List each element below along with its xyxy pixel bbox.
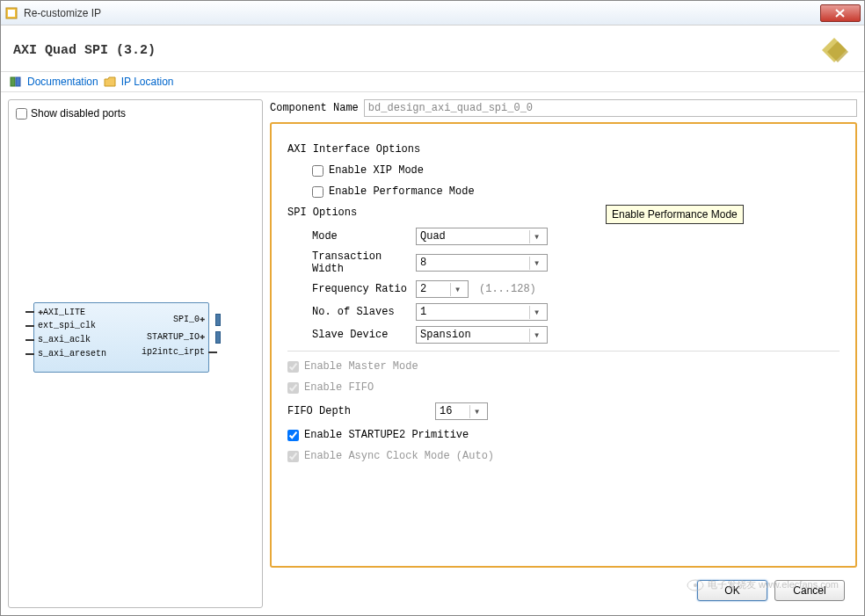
config-panel: Component Name AXI Interface Options Ena… [270, 99, 857, 608]
chevron-down-icon: ▾ [469, 405, 483, 418]
slave-device-dropdown[interactable]: Spansion▾ [416, 326, 548, 344]
port-axi-lite: AXI_LITE [43, 308, 85, 317]
folder-icon [104, 76, 116, 87]
expand-icon[interactable]: ✚ [200, 332, 205, 342]
expand-icon[interactable]: ✚ [200, 315, 205, 324]
mode-label: Mode [312, 230, 409, 243]
app-icon [4, 6, 18, 20]
port-s-axi-aresetn: s_axi_aresetn [38, 349, 106, 359]
port-spi-0: SPI_0 [173, 315, 200, 324]
ip-preview-canvas[interactable]: ✚AXI_LITE ext_spi_clk s_axi_aclk s_axi_a… [16, 127, 255, 600]
separator [287, 351, 840, 351]
chevron-down-icon: ▾ [529, 306, 543, 319]
axi-interface-options-title: AXI Interface Options [287, 143, 840, 156]
chevron-down-icon: ▾ [450, 283, 464, 296]
vivado-logo-icon [817, 34, 852, 66]
frequency-ratio-dropdown[interactable]: 2▾ [416, 280, 469, 298]
show-disabled-ports-label: Show disabled ports [31, 107, 126, 120]
component-name-label: Component Name [270, 102, 359, 114]
subtitle-area: AXI Quad SPI (3.2) [1, 25, 864, 71]
toolbar: Documentation IP Location [1, 71, 864, 92]
spi-options-title: SPI Options [287, 207, 840, 219]
transaction-width-label: Transaction Width [312, 250, 409, 275]
port-startup-io: STARTUP_IO [147, 332, 200, 342]
documentation-link[interactable]: Documentation [27, 76, 98, 88]
show-disabled-ports-checkbox[interactable] [16, 108, 27, 120]
component-name-input[interactable] [364, 99, 857, 117]
port-ip2intc-irpt: ip2intc_irpt [142, 347, 205, 357]
options-box: AXI Interface Options Enable XIP Mode En… [270, 122, 857, 568]
ip-location-link[interactable]: IP Location [121, 76, 174, 88]
frequency-ratio-hint: (1...128) [479, 283, 536, 295]
mode-dropdown[interactable]: Quad▾ [416, 228, 548, 245]
transaction-width-dropdown[interactable]: 8▾ [416, 254, 548, 272]
re-customize-ip-window: Re-customize IP AXI Quad SPI (3.2) Docum… [0, 0, 865, 616]
watermark: 电子发烧友 www.elecfans.com [687, 578, 839, 591]
num-slaves-label: No. of Slaves [312, 306, 409, 318]
chevron-down-icon: ▾ [529, 329, 543, 342]
preview-panel: Show disabled ports ✚AXI_LITE ext_spi_cl… [8, 99, 263, 608]
enable-async-clock-checkbox [287, 451, 299, 462]
enable-async-clock-label: Enable Async Clock Mode (Auto) [304, 450, 494, 462]
ip-block-symbol: ✚AXI_LITE ext_spi_clk s_axi_aclk s_axi_a… [33, 302, 209, 373]
enable-master-mode-label: Enable Master Mode [304, 360, 418, 373]
ip-title: AXI Quad SPI (3.2) [13, 43, 817, 58]
port-ext-spi-clk: ext_spi_clk [38, 321, 96, 330]
num-slaves-dropdown[interactable]: 1▾ [416, 303, 548, 321]
close-button[interactable] [820, 4, 861, 22]
svg-rect-6 [11, 77, 15, 86]
watermark-icon [687, 579, 704, 591]
enable-fifo-label: Enable FIFO [304, 381, 374, 394]
enable-startupe2-checkbox[interactable] [287, 430, 299, 441]
main-area: Show disabled ports ✚AXI_LITE ext_spi_cl… [1, 92, 864, 615]
fifo-depth-label: FIFO Depth [287, 405, 428, 417]
chevron-down-icon: ▾ [529, 230, 543, 243]
titlebar: Re-customize IP [1, 1, 864, 25]
enable-xip-checkbox[interactable] [312, 165, 323, 177]
enable-fifo-checkbox [287, 382, 299, 394]
svg-rect-7 [16, 77, 20, 86]
frequency-ratio-label: Frequency Ratio [312, 283, 409, 295]
enable-master-mode-checkbox [287, 361, 299, 373]
slave-device-label: Slave Device [312, 329, 409, 341]
tooltip: Enable Performance Mode [606, 205, 744, 224]
component-name-row: Component Name [270, 99, 857, 117]
port-s-axi-aclk: s_axi_aclk [38, 335, 91, 344]
show-disabled-ports-row: Show disabled ports [16, 107, 255, 120]
enable-performance-label: Enable Performance Mode [329, 185, 475, 198]
enable-xip-label: Enable XIP Mode [329, 164, 424, 177]
book-icon [10, 76, 22, 87]
fifo-depth-dropdown[interactable]: 16▾ [435, 402, 488, 420]
window-title: Re-customize IP [24, 7, 820, 19]
enable-performance-checkbox[interactable] [312, 186, 323, 198]
chevron-down-icon: ▾ [529, 257, 543, 270]
enable-startupe2-label: Enable STARTUPE2 Primitive [304, 429, 469, 441]
svg-rect-1 [8, 10, 15, 17]
svg-point-9 [694, 583, 697, 587]
